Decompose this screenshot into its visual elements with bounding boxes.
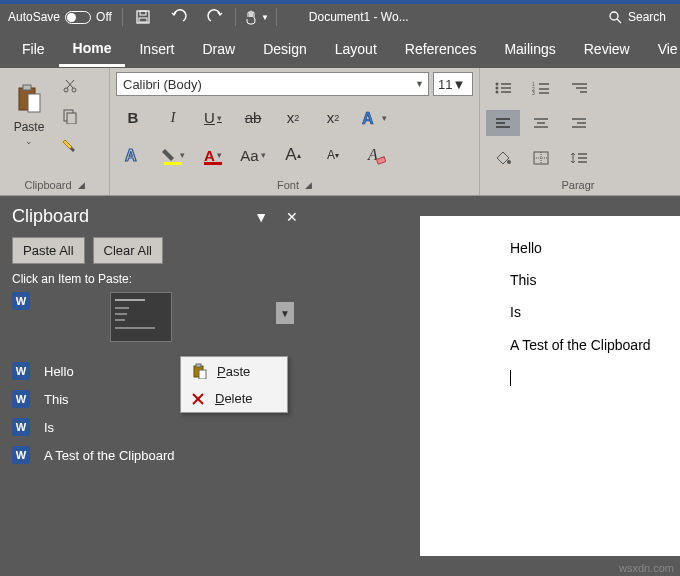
hand-icon	[243, 9, 259, 25]
highlighter-icon	[162, 147, 178, 163]
clear-all-button[interactable]: Clear All	[93, 237, 163, 264]
document-title: Document1 - Wo...	[279, 10, 594, 24]
clipboard-item[interactable]: W Is	[12, 418, 298, 436]
chevron-down-icon: ▼	[415, 79, 424, 89]
separator	[235, 8, 236, 26]
align-right-button[interactable]	[562, 110, 596, 136]
tab-references[interactable]: References	[391, 33, 491, 65]
group-paragraph: 123 Paragr	[480, 68, 680, 195]
numbering-button[interactable]: 123	[524, 75, 558, 101]
subscript-button[interactable]: x2	[276, 104, 310, 132]
clipboard-icon	[191, 363, 207, 379]
context-paste[interactable]: Paste	[181, 357, 287, 385]
align-right-icon	[570, 116, 588, 130]
paste-label: Paste	[14, 120, 45, 134]
grow-font-button[interactable]: A▴	[276, 141, 310, 169]
svg-point-8	[64, 88, 68, 92]
line-spacing-button[interactable]	[562, 145, 596, 171]
multilevel-button[interactable]	[562, 75, 596, 101]
clipboard-item-text: A Test of the Clipboard	[44, 448, 175, 463]
clipboard-thumbnail	[110, 292, 172, 342]
svg-rect-50	[199, 370, 206, 379]
paste-all-button[interactable]: Paste All	[12, 237, 85, 264]
shading-button[interactable]	[486, 145, 520, 171]
search-button[interactable]: Search	[594, 10, 680, 24]
text-effects-button[interactable]: A▾	[356, 104, 390, 132]
font-size-select[interactable]: 11▼	[433, 72, 473, 96]
doc-line: Is	[510, 296, 680, 328]
watermark: wsxdn.com	[619, 562, 674, 574]
redo-icon	[206, 9, 224, 25]
tab-review[interactable]: Review	[570, 33, 644, 65]
document-page[interactable]: Hello This Is A Test of the Clipboard	[420, 216, 680, 556]
title-bar: AutoSave Off ▼ Document1 - Wo... Search	[0, 0, 680, 30]
outline-a-icon: A	[123, 145, 143, 165]
pane-title: Clipboard	[12, 206, 89, 227]
undo-icon	[170, 9, 188, 25]
bullets-button[interactable]	[486, 75, 520, 101]
undo-button[interactable]	[161, 4, 197, 30]
cut-button[interactable]	[62, 78, 78, 94]
svg-line-10	[67, 80, 74, 88]
svg-point-3	[610, 12, 618, 20]
font-name-select[interactable]: Calibri (Body)▼	[116, 72, 429, 96]
align-center-button[interactable]	[524, 110, 558, 136]
document-area: Hello This Is A Test of the Clipboard	[310, 196, 680, 576]
chevron-down-icon: ▾	[261, 150, 266, 160]
multilevel-icon	[570, 81, 588, 95]
clipboard-item[interactable]: W A Test of the Clipboard	[12, 446, 298, 464]
copy-button[interactable]	[62, 108, 78, 124]
tab-mailings[interactable]: Mailings	[490, 33, 569, 65]
word-icon: W	[12, 362, 30, 380]
tab-draw[interactable]: Draw	[188, 33, 249, 65]
tab-home[interactable]: Home	[59, 32, 126, 67]
autosave-label: AutoSave	[8, 10, 60, 24]
autosave-state: Off	[96, 10, 112, 24]
text-outline-button[interactable]: A	[116, 141, 150, 169]
tab-design[interactable]: Design	[249, 33, 321, 65]
group-label-clipboard: Clipboard ◢	[6, 177, 103, 193]
italic-button[interactable]: I	[156, 104, 190, 132]
clear-formatting-button[interactable]: A	[356, 141, 390, 169]
pane-close-button[interactable]: ✕	[286, 209, 298, 225]
highlight-button[interactable]: ▾	[156, 141, 190, 169]
svg-point-41	[507, 160, 511, 164]
context-menu: Paste Delete	[180, 356, 288, 413]
align-left-button[interactable]	[486, 110, 520, 136]
search-icon	[608, 10, 622, 24]
strikethrough-button[interactable]: ab	[236, 104, 270, 132]
borders-button[interactable]	[524, 145, 558, 171]
context-delete[interactable]: Delete	[181, 385, 287, 412]
pane-options-button[interactable]: ▼	[254, 209, 268, 225]
svg-point-19	[496, 87, 499, 90]
search-label: Search	[628, 10, 666, 24]
bold-button[interactable]: B	[116, 104, 150, 132]
svg-line-11	[66, 80, 73, 88]
svg-text:3: 3	[532, 90, 535, 95]
doc-cursor-line	[510, 361, 680, 393]
svg-rect-16	[377, 157, 386, 164]
tab-view[interactable]: Vie	[644, 33, 680, 65]
borders-icon	[532, 150, 550, 166]
superscript-button[interactable]: x2	[316, 104, 350, 132]
svg-rect-1	[140, 11, 146, 15]
format-painter-button[interactable]	[62, 138, 78, 154]
tab-insert[interactable]: Insert	[125, 33, 188, 65]
dialog-launcher-icon[interactable]: ◢	[305, 180, 312, 190]
change-case-button[interactable]: Aa▾	[236, 141, 270, 169]
clipboard-pane: Clipboard ▼ ✕ Paste All Clear All Click …	[0, 196, 310, 576]
redo-button[interactable]	[197, 4, 233, 30]
tab-file[interactable]: File	[8, 33, 59, 65]
bullets-icon	[494, 81, 512, 95]
paste-button[interactable]: Paste ⌄	[6, 72, 52, 154]
shrink-font-button[interactable]: A▾	[316, 141, 350, 169]
save-button[interactable]	[125, 4, 161, 30]
font-color-button[interactable]: A▾	[196, 141, 230, 169]
toggle-icon	[65, 11, 91, 24]
tab-layout[interactable]: Layout	[321, 33, 391, 65]
underline-button[interactable]: U▾	[196, 104, 230, 132]
touch-mode-button[interactable]: ▼	[238, 4, 274, 30]
dialog-launcher-icon[interactable]: ◢	[78, 180, 85, 190]
clipboard-item[interactable]: W	[12, 292, 298, 352]
autosave-toggle[interactable]: AutoSave Off	[0, 10, 120, 24]
